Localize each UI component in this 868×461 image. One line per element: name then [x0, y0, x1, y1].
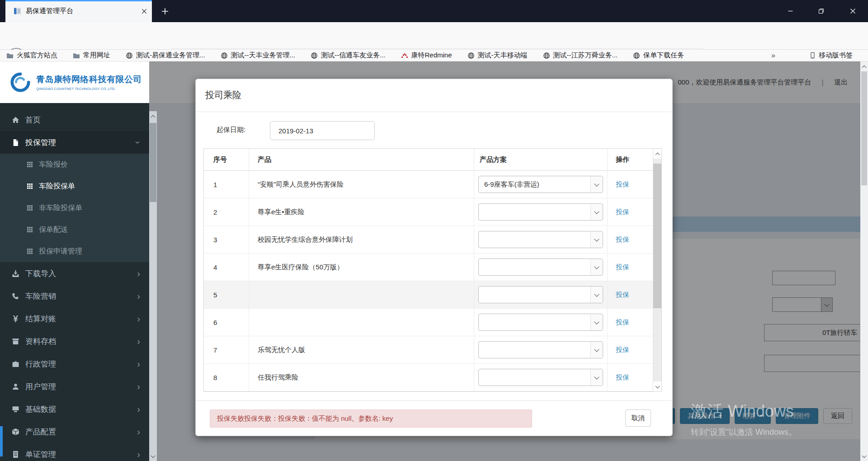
bookmark-item[interactable]: 康特Redmine — [401, 51, 452, 60]
sidebar-subitem[interactable]: 车险报价 — [0, 154, 149, 175]
win-close-icon — [850, 8, 856, 14]
sidebar-item[interactable]: 用户管理 › — [0, 375, 149, 398]
scrollbar-thumb[interactable] — [150, 123, 156, 202]
row-index: 6 — [204, 309, 249, 336]
plan-select[interactable] — [478, 203, 603, 221]
insure-link[interactable]: 投保 — [608, 235, 629, 244]
error-alert: 投保失败投保失败：投保失败：值不能为 null。参数名: key — [210, 409, 532, 428]
sidebar-subitem[interactable]: 非车险投保单 — [0, 197, 149, 219]
chevron-down-icon — [590, 314, 603, 330]
sidebar-item[interactable]: 资料存档 › — [0, 330, 149, 353]
chevron-right-icon: › — [137, 292, 140, 301]
chevron-right-icon: › — [137, 269, 140, 278]
tab-close-icon[interactable] — [141, 8, 147, 14]
chevron-right-icon: › — [137, 405, 140, 414]
grid-icon — [26, 204, 33, 212]
window-restore-button[interactable] — [807, 0, 835, 22]
plan-select[interactable] — [478, 259, 603, 276]
globe-icon — [633, 52, 640, 59]
product-name: “安顺”司乘人员意外伤害保险 — [249, 171, 474, 198]
scroll-down-icon[interactable] — [653, 382, 661, 390]
sidebar-item[interactable]: 车险营销 › — [0, 285, 149, 307]
new-tab-button[interactable] — [158, 5, 172, 18]
bookmarks-overflow-button[interactable]: » — [771, 50, 775, 61]
cancel-button[interactable]: 取消 — [625, 409, 651, 427]
scroll-up-icon[interactable] — [860, 62, 868, 71]
box-icon — [12, 428, 19, 436]
sidebar-menu: 首页 投保管理 › 车险报价 车险投保单 非车险投保单 — [0, 108, 149, 461]
table-row: 6 投保 — [204, 309, 661, 336]
bookmark-item[interactable]: 测试--天丰业务管理... — [221, 51, 296, 60]
scroll-up-icon[interactable] — [149, 112, 157, 120]
sidebar-item[interactable]: 投保管理 › — [0, 131, 149, 154]
sidebar-item[interactable]: 基础数据 › — [0, 398, 149, 420]
insure-link[interactable]: 投保 — [608, 180, 629, 189]
insure-link[interactable]: 投保 — [608, 346, 629, 354]
grid-icon — [26, 161, 33, 168]
globe-icon — [311, 52, 318, 59]
insure-link[interactable]: 投保 — [608, 318, 629, 327]
scrollbar-thumb[interactable] — [653, 164, 661, 308]
redmine-icon — [401, 52, 408, 59]
bookmark-item[interactable]: 测试-天丰移动端 — [467, 51, 528, 60]
user-icon — [12, 383, 19, 390]
start-date-input[interactable]: 2019-02-13 — [270, 121, 375, 140]
chevron-down-icon — [590, 287, 603, 303]
sidebar-item[interactable]: 结算对账 › — [0, 307, 149, 330]
insure-link[interactable]: 投保 — [608, 263, 629, 272]
insure-link[interactable]: 投保 — [608, 291, 629, 299]
sidebar-item[interactable]: 首页 — [0, 108, 149, 131]
browser-navbar: proxy1.countnet.cn:20807/Login/Main 80% — [0, 22, 868, 50]
bookmark-item[interactable]: 火狐官方站点 — [6, 51, 57, 60]
briefcase-icon — [12, 360, 19, 368]
sidebar-subitem[interactable]: 车险投保单 — [0, 175, 149, 197]
page-scrollbar[interactable] — [860, 61, 868, 461]
table-scrollbar[interactable] — [653, 149, 661, 391]
window-close-button[interactable] — [837, 0, 868, 22]
browser-tab[interactable]: 易保通管理平台 — [5, 0, 152, 22]
bookmark-item[interactable]: 测试-易保通业务管理... — [126, 51, 205, 60]
bookmark-item[interactable]: 测试--江苏万舜业务... — [543, 51, 618, 60]
sidebar-subitem[interactable]: 投保申请管理 — [0, 240, 149, 262]
table-row: 8 任我行驾乘险 投保 — [204, 364, 661, 391]
logo-header: 青岛康特网络科技有限公司 QINGDAO COUNTNET TECHNOLOGY… — [0, 61, 149, 103]
scrollbar-thumb[interactable] — [861, 71, 867, 185]
bookmarks-list: 火狐官方站点 常用网址 测试-易保通业务管理... 测试--天丰业务管理... … — [6, 50, 762, 61]
plan-select[interactable]: 6-9座客车(非营运) — [478, 176, 603, 193]
bookmark-item[interactable]: 常用网址 — [73, 51, 110, 60]
product-name — [249, 281, 474, 308]
scroll-down-icon[interactable] — [149, 452, 157, 460]
company-name-en: QINGDAO COUNTNET TECHNOLOGY CO.,LTD. — [36, 87, 142, 91]
bookmark-item[interactable]: 保单下载任务 — [633, 51, 684, 60]
mobile-bookmarks[interactable]: 移动版书签 — [809, 50, 853, 61]
row-index: 1 — [204, 171, 249, 198]
insure-link[interactable]: 投保 — [608, 208, 629, 216]
sidebar-subitem[interactable]: 保单配送 — [0, 219, 149, 240]
sidebar-scrollbar[interactable] — [149, 111, 157, 461]
start-date-label: 起保日期: — [217, 126, 245, 134]
plus-icon — [161, 8, 169, 15]
plan-select[interactable] — [478, 341, 603, 358]
sidebar-item[interactable]: 行政管理 › — [0, 353, 149, 375]
scroll-up-icon[interactable] — [653, 150, 661, 158]
bookmark-item[interactable]: 测试--信通车友业务... — [311, 51, 386, 60]
chevron-down-icon: › — [134, 141, 143, 144]
table-header: 序号 产品 产品方案 操作 — [204, 149, 661, 171]
window-minimize-button[interactable] — [776, 0, 805, 22]
company-logo — [10, 72, 31, 93]
sidebar-item[interactable]: 下载导入 › — [0, 262, 149, 285]
insure-link[interactable]: 投保 — [608, 373, 629, 382]
table-body: 1 “安顺”司乘人员意外伤害保险 6-9座客车(非营运) 投保 2 尊享e生•重… — [204, 171, 661, 391]
sidebar-item[interactable]: 单证管理 › — [0, 443, 149, 461]
chevron-down-icon — [590, 176, 603, 193]
plan-select[interactable] — [478, 231, 603, 248]
scroll-down-icon[interactable] — [860, 452, 868, 460]
sidebar-item[interactable]: 产品配置 › — [0, 420, 149, 443]
windows-watermark: 激活 Windows 转到“设置”以激活 Windows。 — [691, 400, 797, 437]
row-index: 2 — [204, 198, 249, 226]
plan-select[interactable] — [478, 286, 603, 303]
plan-select[interactable] — [478, 369, 603, 386]
chevron-down-icon — [590, 369, 603, 386]
plan-select[interactable] — [478, 314, 603, 331]
grid-icon — [26, 248, 33, 255]
